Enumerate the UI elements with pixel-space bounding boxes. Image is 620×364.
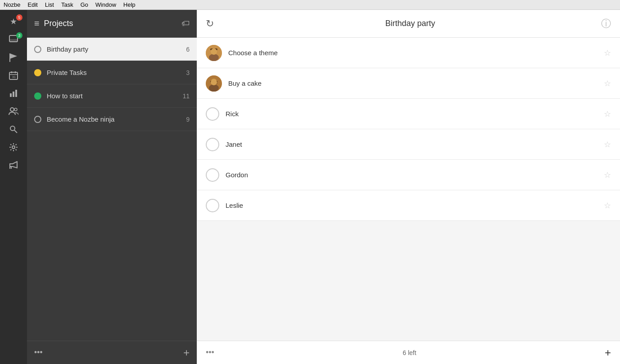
- project-name-private: Private Tasks: [47, 69, 181, 76]
- project-dot-ninja: [34, 116, 41, 123]
- sidebar-item-flag[interactable]: [4, 49, 23, 66]
- task-star-choose-theme[interactable]: ☆: [604, 48, 611, 58]
- project-dot-howto: [34, 92, 41, 100]
- task-star-rick[interactable]: ☆: [604, 109, 611, 119]
- icon-sidebar: ★ 5 3 31: [0, 10, 27, 364]
- projects-header-title: Projects: [44, 19, 177, 28]
- project-item-ninja[interactable]: Become a Nozbe ninja 9: [27, 108, 197, 131]
- project-item-birthday[interactable]: Birthday party 6: [27, 38, 197, 61]
- sidebar-item-inbox[interactable]: 3: [4, 31, 23, 48]
- task-item-janet[interactable]: Janet ☆: [197, 129, 620, 160]
- project-count-howto: 11: [182, 92, 190, 100]
- main-content: ↻ Birthday party ⓘ Choose a theme ☆: [197, 10, 620, 364]
- menu-window[interactable]: Window: [95, 1, 116, 8]
- projects-header-icon: ≡: [34, 18, 40, 29]
- svg-point-13: [14, 108, 17, 111]
- svg-point-21: [211, 48, 217, 54]
- flag-icon: [9, 53, 18, 62]
- svg-point-27: [210, 80, 217, 83]
- project-name-birthday: Birthday party: [47, 45, 181, 53]
- projects-footer-dots[interactable]: •••: [34, 348, 179, 357]
- project-count-ninja: 9: [186, 116, 190, 123]
- task-name-buy-cake: Buy a cake: [228, 79, 598, 87]
- task-checkbox-janet[interactable]: [206, 138, 219, 151]
- svg-rect-10: [13, 92, 14, 97]
- task-item-buy-cake[interactable]: Buy a cake ☆: [197, 68, 620, 99]
- svg-point-26: [209, 84, 219, 92]
- sidebar-item-megaphone[interactable]: [4, 157, 23, 173]
- sidebar-item-calendar[interactable]: 31: [4, 67, 23, 83]
- task-star-janet[interactable]: ☆: [604, 140, 611, 149]
- task-item-leslie[interactable]: Leslie ☆: [197, 190, 620, 221]
- svg-point-28: [214, 83, 217, 84]
- menu-bar: Nozbe Edit List Task Go Window Help: [0, 0, 620, 10]
- task-item-gordon[interactable]: Gordon ☆: [197, 160, 620, 190]
- task-star-buy-cake[interactable]: ☆: [604, 79, 611, 88]
- sidebar-item-team[interactable]: [4, 103, 23, 119]
- project-item-howto[interactable]: How to start 11: [27, 84, 197, 108]
- task-checkbox-rick[interactable]: [206, 107, 219, 121]
- task-item-choose-theme[interactable]: Choose a theme ☆: [197, 38, 620, 68]
- svg-text:31: 31: [12, 75, 16, 79]
- star-badge: 5: [16, 14, 22, 21]
- project-count-private: 3: [186, 69, 190, 76]
- task-checkbox-leslie[interactable]: [206, 199, 219, 212]
- project-dot-private: [34, 69, 41, 76]
- project-dot-birthday: [34, 46, 41, 53]
- sidebar-item-star[interactable]: ★ 5: [4, 13, 23, 30]
- svg-point-16: [12, 146, 15, 149]
- menu-help[interactable]: Help: [124, 1, 136, 8]
- content-footer-dots[interactable]: •••: [206, 348, 214, 357]
- menu-task[interactable]: Task: [61, 1, 73, 8]
- svg-marker-2: [10, 53, 17, 59]
- task-name-leslie: Leslie: [226, 202, 598, 209]
- svg-rect-23: [210, 48, 217, 50]
- tag-icon[interactable]: 🏷: [182, 19, 190, 28]
- main-layout: ★ 5 3 31: [0, 10, 620, 364]
- content-add-button[interactable]: +: [605, 346, 611, 359]
- projects-sidebar: ≡ Projects 🏷 Birthday party 6 Private Ta…: [27, 10, 197, 364]
- project-item-private[interactable]: Private Tasks 3: [27, 61, 197, 84]
- projects-add-button[interactable]: +: [183, 346, 190, 359]
- task-name-rick: Rick: [226, 110, 598, 118]
- project-count-birthday: 6: [186, 46, 190, 53]
- projects-header: ≡ Projects 🏷: [27, 10, 197, 38]
- sidebar-item-chart[interactable]: [4, 85, 23, 101]
- task-star-gordon[interactable]: ☆: [604, 170, 611, 180]
- task-list: Choose a theme ☆ Buy a cake ☆: [197, 38, 620, 341]
- svg-point-25: [211, 79, 217, 85]
- avatar-choose-theme: [206, 45, 222, 61]
- svg-point-14: [10, 126, 15, 131]
- content-title: Birthday party: [219, 19, 601, 28]
- menu-edit[interactable]: Edit: [28, 1, 38, 8]
- info-icon[interactable]: ⓘ: [601, 17, 611, 31]
- content-footer: ••• 6 left +: [197, 341, 620, 364]
- svg-rect-11: [15, 90, 17, 97]
- svg-point-22: [209, 54, 219, 61]
- sync-icon[interactable]: ↻: [206, 18, 214, 30]
- task-star-leslie[interactable]: ☆: [604, 201, 611, 211]
- sidebar-item-search[interactable]: [4, 121, 23, 137]
- inbox-badge: 3: [16, 32, 22, 39]
- task-name-choose-theme: Choose a theme: [228, 49, 598, 57]
- svg-line-15: [14, 130, 17, 133]
- sidebar-item-settings[interactable]: [4, 139, 23, 155]
- projects-footer: ••• +: [27, 341, 197, 364]
- megaphone-icon: [9, 161, 18, 169]
- task-checkbox-gordon[interactable]: [206, 168, 219, 182]
- search-icon: [9, 125, 18, 133]
- svg-rect-9: [10, 93, 12, 97]
- task-item-rick[interactable]: Rick ☆: [197, 99, 620, 129]
- project-name-howto: How to start: [47, 92, 177, 100]
- svg-rect-1: [9, 39, 18, 42]
- menu-nozbe[interactable]: Nozbe: [4, 1, 21, 8]
- avatar-buy-cake: [206, 75, 222, 92]
- project-name-ninja: Become a Nozbe ninja: [47, 115, 181, 123]
- chart-icon: [9, 89, 18, 98]
- content-footer-count: 6 left: [214, 349, 605, 356]
- menu-go[interactable]: Go: [80, 1, 88, 8]
- menu-list[interactable]: List: [45, 1, 54, 8]
- calendar-icon: 31: [9, 71, 18, 80]
- gear-icon: [9, 143, 18, 152]
- task-name-gordon: Gordon: [226, 171, 598, 179]
